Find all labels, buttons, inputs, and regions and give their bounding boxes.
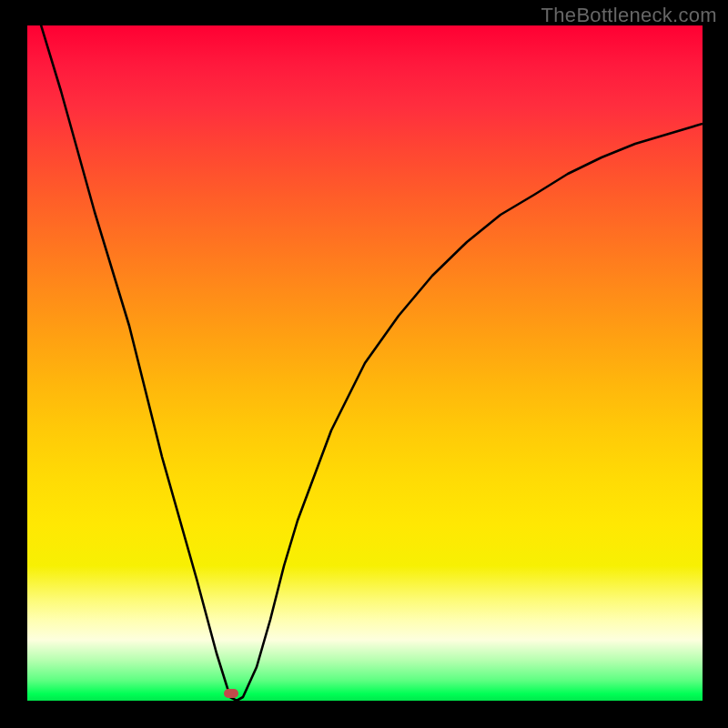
curve-svg	[27, 25, 703, 701]
plot-area	[27, 25, 703, 701]
optimal-marker	[224, 689, 238, 698]
bottleneck-curve	[27, 25, 703, 701]
watermark-text: TheBottleneck.com	[541, 4, 717, 27]
chart-container: TheBottleneck.com	[0, 0, 728, 728]
